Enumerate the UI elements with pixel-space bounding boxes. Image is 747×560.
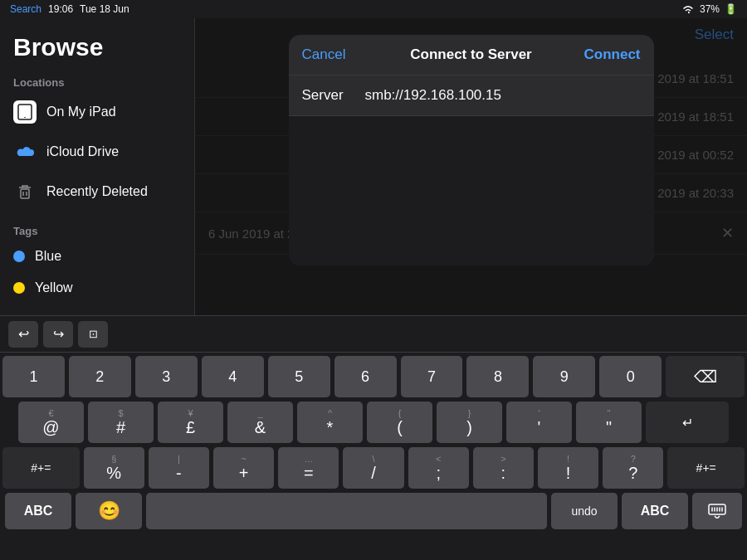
key-rparen[interactable]: }) <box>437 402 502 443</box>
connect-to-server-dialog: Cancel Connect to Server Connect Server <box>289 35 654 265</box>
svg-rect-2 <box>21 189 29 198</box>
key-pound[interactable]: ¥£ <box>158 402 223 443</box>
key-amp[interactable]: _& <box>227 402 293 443</box>
yellow-tag-dot <box>13 282 25 294</box>
yellow-label: Yellow <box>35 280 73 295</box>
key-7[interactable]: 7 <box>401 356 463 397</box>
battery-icon: 🔋 <box>725 3 737 15</box>
redo-button[interactable]: ↪ <box>43 321 73 348</box>
sidebar-item-yellow[interactable]: Yellow <box>0 272 194 304</box>
keyboard-dismiss-button[interactable] <box>692 493 742 529</box>
key-1[interactable]: 1 <box>2 356 65 397</box>
key-lparen[interactable]: {( <box>367 402 432 443</box>
key-4[interactable]: 4 <box>202 356 264 397</box>
key-apos[interactable]: '' <box>506 402 572 443</box>
locations-header: Locations <box>0 70 194 92</box>
server-input[interactable] <box>365 87 641 104</box>
undo-button[interactable]: ↩ <box>8 321 38 348</box>
abc-right-button[interactable]: ABC <box>622 493 688 529</box>
key-at[interactable]: €@ <box>18 402 84 443</box>
status-bar: Search 19:06 Tue 18 Jun 37% 🔋 <box>0 0 747 18</box>
dialog-title: Connect to Server <box>360 46 583 63</box>
wifi-icon <box>681 4 695 14</box>
ipad-icon <box>13 100 37 124</box>
icloud-label: iCloud Drive <box>46 144 119 159</box>
undo-key[interactable]: undo <box>551 493 618 529</box>
cancel-button[interactable]: Cancel <box>302 46 360 63</box>
tags-header: Tags <box>0 218 194 241</box>
key-colon[interactable]: >: <box>473 447 534 489</box>
symbol-row-1: €@ $# ¥£ _& ^* {( }) '' "" ↵ <box>2 402 745 443</box>
dialog-overlay: Cancel Connect to Server Connect Server <box>195 18 747 315</box>
time: 19:06 <box>48 3 73 15</box>
number-row: 1 2 3 4 5 6 7 8 9 0 ⌫ <box>2 356 745 397</box>
bottom-row: ABC 😊 undo ABC <box>2 493 745 529</box>
blue-label: Blue <box>35 249 61 264</box>
date: Tue 18 Jun <box>80 3 129 15</box>
sidebar-item-icloud[interactable]: iCloud Drive <box>0 132 194 172</box>
sidebar-item-recently-deleted[interactable]: Recently Deleted <box>0 172 194 212</box>
keyboard-area: ↩ ↪ ⊡ 1 2 3 4 5 6 7 8 9 0 ⌫ €@ $# ¥£ _& … <box>0 315 747 560</box>
keyboard: 1 2 3 4 5 6 7 8 9 0 ⌫ €@ $# ¥£ _& ^* {( … <box>0 353 747 529</box>
key-6[interactable]: 6 <box>334 356 397 397</box>
key-8[interactable]: 8 <box>466 356 529 397</box>
key-plus[interactable]: ~+ <box>213 447 274 489</box>
delete-key[interactable]: ⌫ <box>666 356 745 397</box>
numpad-key[interactable]: #+= <box>667 447 745 489</box>
space-key[interactable] <box>146 493 547 529</box>
intl-key[interactable]: #+= <box>2 447 80 489</box>
key-5[interactable]: 5 <box>268 356 330 397</box>
connect-button[interactable]: Connect <box>583 46 641 63</box>
key-star[interactable]: ^* <box>297 402 363 443</box>
key-excl[interactable]: !! <box>538 447 598 489</box>
trash-icon <box>13 180 37 203</box>
abc-left-button[interactable]: ABC <box>5 493 71 529</box>
symbol-row-2: #+= §% |- ~+ …= \/ <; >: !! ?? #+= <box>2 447 745 489</box>
key-0[interactable]: 0 <box>599 356 662 397</box>
battery-percent: 37% <box>700 3 720 15</box>
paste-button[interactable]: ⊡ <box>78 321 108 348</box>
status-icons: 37% 🔋 <box>681 3 737 15</box>
ipad-label: On My iPad <box>46 105 116 119</box>
icloud-icon <box>13 140 37 163</box>
key-9[interactable]: 9 <box>533 356 595 397</box>
key-3[interactable]: 3 <box>135 356 198 397</box>
sidebar-item-ipad[interactable]: On My iPad <box>0 92 194 132</box>
dialog-dark-area <box>289 116 654 265</box>
server-label: Server <box>302 87 352 104</box>
sidebar-item-blue[interactable]: Blue <box>0 241 194 272</box>
key-semi[interactable]: <; <box>408 447 469 489</box>
server-row: Server <box>289 75 654 116</box>
key-minus[interactable]: |- <box>149 447 209 489</box>
sidebar-title: Browse <box>0 18 194 70</box>
search-label[interactable]: Search <box>10 3 42 15</box>
dialog-header: Cancel Connect to Server Connect <box>289 35 654 75</box>
dialog-body: Server <box>289 75 654 265</box>
key-pct[interactable]: §% <box>84 447 144 489</box>
key-quote[interactable]: "" <box>576 402 642 443</box>
key-2[interactable]: 2 <box>69 356 131 397</box>
recently-deleted-label: Recently Deleted <box>46 184 148 199</box>
blue-tag-dot <box>13 251 25 262</box>
keyboard-toolbar: ↩ ↪ ⊡ <box>0 316 747 353</box>
key-eq[interactable]: …= <box>278 447 339 489</box>
key-hash[interactable]: $# <box>88 402 154 443</box>
emoji-button[interactable]: 😊 <box>76 493 142 529</box>
key-slash[interactable]: \/ <box>343 447 403 489</box>
key-quest[interactable]: ?? <box>603 447 663 489</box>
return-key[interactable]: ↵ <box>646 402 729 443</box>
